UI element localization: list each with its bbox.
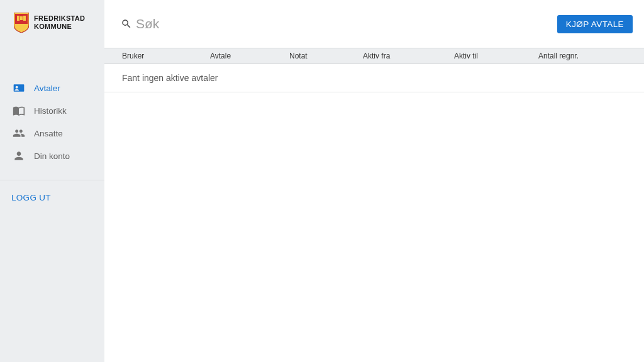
search-icon <box>121 18 132 30</box>
sidebar-item-label: Avtaler <box>34 84 60 93</box>
brand-line2: KOMMUNE <box>34 23 85 31</box>
sidebar-item-avtaler[interactable]: Avtaler <box>0 77 104 99</box>
column-header-notat: Notat <box>289 52 363 60</box>
sidebar-item-label: Historikk <box>34 106 67 116</box>
sidebar-item-dinkonto[interactable]: Din konto <box>0 145 104 167</box>
nav-section: Avtaler Historikk Ansatte Din konto <box>0 77 104 167</box>
buy-agreement-button[interactable]: KJØP AVTALE <box>557 15 633 33</box>
svg-rect-3 <box>20 16 23 20</box>
sidebar-item-historikk[interactable]: Historikk <box>0 99 104 122</box>
header-row: KJØP AVTALE <box>104 0 644 48</box>
svg-rect-2 <box>23 16 26 21</box>
brand-logo: FREDRIKSTAD KOMMUNE <box>0 0 104 45</box>
logout-section: LOGG UT <box>0 180 104 214</box>
column-header-antallregnr: Antall regnr. <box>538 52 626 60</box>
table-header: Bruker Avtale Notat Aktiv fra Aktiv til … <box>104 48 644 64</box>
search-input[interactable] <box>136 16 325 31</box>
people-icon <box>13 127 25 140</box>
logout-button[interactable]: LOGG UT <box>11 193 51 202</box>
sidebar-item-label: Din konto <box>34 151 70 161</box>
main-content: KJØP AVTALE Bruker Avtale Notat Aktiv fr… <box>104 0 644 362</box>
svg-rect-1 <box>17 16 19 21</box>
book-open-icon <box>13 104 25 117</box>
shield-icon <box>14 13 29 33</box>
column-header-aktivfra: Aktiv fra <box>363 52 454 60</box>
sidebar-item-label: Ansatte <box>34 129 63 138</box>
empty-state-message: Fant ingen aktive avtaler <box>104 64 644 92</box>
column-header-aktivtil: Aktiv til <box>454 52 538 60</box>
sidebar-item-ansatte[interactable]: Ansatte <box>0 122 104 145</box>
column-header-avtale: Avtale <box>210 52 289 60</box>
search-container <box>116 16 557 31</box>
person-icon <box>13 150 25 162</box>
brand-line1: FREDRIKSTAD <box>34 14 85 23</box>
sidebar: FREDRIKSTAD KOMMUNE Avtaler Historikk An… <box>0 0 104 362</box>
id-card-icon <box>13 82 25 94</box>
column-header-bruker: Bruker <box>122 52 210 60</box>
brand-text: FREDRIKSTAD KOMMUNE <box>34 14 85 31</box>
